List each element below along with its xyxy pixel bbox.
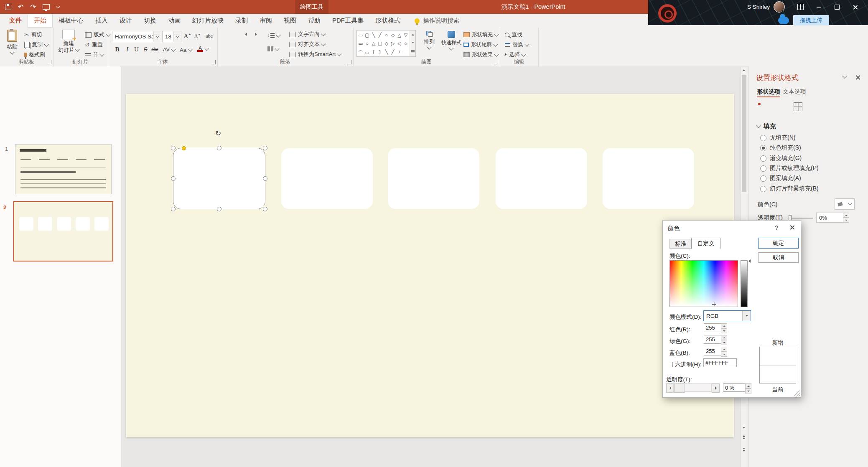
shape-rounded-rectangle-selected[interactable]: ↻ (173, 148, 265, 209)
dialog-transparency-spinner[interactable] (745, 383, 751, 393)
strikethrough-button[interactable]: S (141, 44, 150, 54)
change-case-button[interactable]: Aa (180, 45, 192, 54)
fill-section-header[interactable]: 填充 (757, 122, 776, 130)
line-spacing-button[interactable] (267, 31, 280, 40)
fill-option-solid[interactable]: 纯色填充(S) (760, 144, 801, 152)
shape-option[interactable]: ╱ (390, 49, 396, 55)
tab-review[interactable]: 审阅 (254, 14, 278, 28)
tab-file[interactable]: 文件 (3, 14, 28, 28)
minimize-button[interactable] (809, 0, 828, 14)
fill-option-gradient[interactable]: 渐变填充(G) (760, 155, 802, 162)
grow-font-button[interactable]: A (183, 31, 192, 41)
spin-down-icon[interactable] (721, 352, 727, 357)
shape-option[interactable]: ◇ (390, 33, 396, 38)
fill-option-background[interactable]: 幻灯片背景填充(B) (760, 185, 819, 193)
transparency-spinbox[interactable]: 0% (816, 213, 845, 223)
luminance-arrow[interactable] (748, 259, 751, 263)
previous-slide-button[interactable] (743, 435, 745, 439)
dialog-launcher-icon[interactable] (211, 60, 216, 64)
clear-formatting-button[interactable]: abc (205, 31, 214, 41)
spin-up-icon[interactable] (721, 347, 727, 352)
transparency-spinner[interactable] (843, 213, 849, 223)
resize-handle-n[interactable] (217, 146, 221, 150)
tab-design[interactable]: 设计 (114, 14, 138, 28)
radio-selected-icon[interactable] (760, 145, 766, 151)
shape-outline-button[interactable]: 形状轮廓 (463, 40, 497, 49)
tab-shape-format[interactable]: 形状格式 (369, 14, 406, 28)
text-direction-button[interactable]: 文字方向 (289, 30, 325, 39)
shape-rounded-rectangle[interactable] (388, 148, 479, 209)
gallery-up-icon[interactable] (412, 34, 414, 36)
gallery-more-icon[interactable] (411, 50, 415, 53)
slide-thumbnail-2[interactable] (13, 201, 113, 261)
shape-rounded-rectangle[interactable] (281, 148, 373, 209)
shape-option[interactable]: ▢ (364, 33, 370, 38)
shape-option[interactable]: } (377, 49, 383, 55)
underline-button[interactable]: U (132, 44, 141, 54)
resize-handle-nw[interactable] (171, 146, 176, 150)
pane-options-chevron-icon[interactable] (842, 74, 847, 78)
shape-option[interactable]: ─ (403, 49, 409, 55)
dialog-launcher-icon[interactable] (47, 60, 51, 64)
dialog-help-button[interactable]: ? (775, 224, 778, 231)
section-button[interactable]: 节 (85, 50, 104, 59)
tell-me-search[interactable]: 操作说明搜索 (415, 14, 459, 28)
fill-color-button[interactable] (835, 198, 855, 210)
green-spinner[interactable] (721, 335, 727, 345)
shape-rounded-rectangle[interactable] (496, 148, 587, 209)
shape-option[interactable]: △ (397, 33, 402, 38)
resize-handle-ne[interactable] (263, 146, 267, 150)
combo-dropdown-button[interactable] (742, 311, 751, 321)
font-size-combo[interactable]: 18 (162, 31, 181, 42)
resize-handle-se[interactable] (263, 207, 267, 211)
redo-icon[interactable]: ↷ (30, 4, 36, 10)
shape-option[interactable]: ◠ (358, 49, 364, 55)
shapes-gallery-scroll[interactable] (410, 30, 415, 56)
shape-option[interactable]: + (397, 49, 402, 55)
radio-icon[interactable] (760, 186, 766, 192)
luminance-bar[interactable] (741, 260, 748, 307)
tab-insert[interactable]: 插入 (89, 14, 114, 28)
shape-effects-button[interactable]: 形状效果 (463, 50, 498, 59)
hex-input[interactable]: #FFFFFF (703, 358, 737, 367)
new-slide-button[interactable]: 新建 幻灯片 (56, 30, 81, 53)
scroll-down-icon[interactable] (743, 427, 745, 429)
layout-button[interactable]: 版式 (85, 30, 110, 39)
tab-standard[interactable]: 标准 (669, 239, 692, 249)
shape-option[interactable]: ◁ (397, 41, 402, 46)
customize-qat-icon[interactable] (56, 4, 60, 8)
shape-option[interactable]: ▢ (377, 41, 383, 46)
paste-button[interactable]: 粘贴 (3, 30, 22, 54)
columns-button[interactable] (267, 44, 279, 53)
dialog-transparency-input[interactable]: 0 % (723, 383, 748, 392)
transparency-scroll-right[interactable] (712, 383, 720, 393)
slide-thumbnail-1[interactable] (15, 144, 112, 194)
tab-view[interactable]: 视图 (278, 14, 302, 28)
cut-button[interactable]: ✂ 剪切 (24, 30, 42, 39)
resize-handle-s[interactable] (217, 207, 221, 211)
shape-option[interactable]: ○ (384, 33, 389, 38)
spin-up-icon[interactable] (721, 323, 727, 328)
convert-to-smartart-button[interactable]: 转换为SmartArt (289, 50, 341, 59)
dialog-resize-grip[interactable] (794, 391, 800, 396)
blue-spinner[interactable] (721, 347, 727, 357)
scroll-up-icon[interactable] (743, 69, 745, 71)
pane-tab-text-options[interactable]: 文本选项 (783, 88, 806, 96)
ribbon-display-options-button[interactable] (791, 0, 809, 14)
copy-button[interactable]: 复制 (24, 40, 48, 49)
tab-slideshow[interactable]: 幻灯片放映 (186, 14, 229, 28)
gallery-down-icon[interactable] (412, 42, 414, 43)
shape-option[interactable]: ○ (364, 41, 370, 46)
size-properties-icon[interactable] (794, 102, 802, 111)
font-family-combo[interactable]: HarmonyOS San (112, 31, 161, 42)
dialog-launcher-icon[interactable] (347, 60, 351, 64)
tab-home[interactable]: 开始 (28, 14, 53, 28)
spin-down-icon[interactable] (843, 218, 849, 223)
resize-handle-e[interactable] (263, 176, 267, 181)
shape-option[interactable]: ▭ (358, 33, 364, 38)
bold-button[interactable]: B (113, 44, 122, 54)
italic-button[interactable]: I (123, 44, 132, 54)
color-mode-combo[interactable]: RGB (703, 310, 751, 321)
slide-canvas[interactable]: ↻ (126, 94, 734, 437)
dialog-launcher-icon[interactable] (494, 60, 498, 64)
